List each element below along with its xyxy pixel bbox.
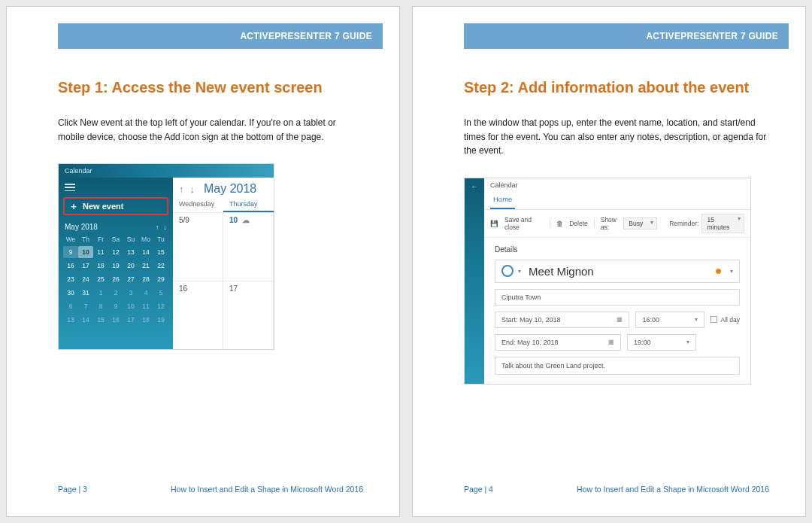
mini-day[interactable]: 17 (78, 260, 93, 272)
column-header-thu: Thursday (223, 197, 274, 212)
checkbox-icon (710, 316, 717, 323)
mini-day[interactable]: 25 (93, 273, 108, 285)
mini-day[interactable]: 27 (123, 273, 138, 285)
mini-day[interactable]: 12 (108, 246, 123, 258)
plus-icon: ＋ (69, 202, 78, 211)
end-date-input[interactable]: End: May 10, 2018 ▦ (495, 334, 621, 351)
new-event-button[interactable]: ＋ New event (63, 197, 168, 215)
mini-day[interactable]: 9 (108, 300, 123, 312)
calendar-cell[interactable]: 17 (223, 281, 274, 349)
mini-day[interactable]: 5 (153, 287, 168, 299)
mini-day[interactable]: 16 (108, 314, 123, 326)
prev-icon[interactable]: ↑ (179, 184, 184, 195)
save-icon: 💾 (490, 220, 498, 227)
page-number: Page | 4 (464, 485, 493, 494)
mini-day[interactable]: 10 (78, 246, 93, 258)
mini-day[interactable]: 28 (138, 273, 153, 285)
mini-day[interactable]: 30 (63, 287, 78, 299)
calendar-icon: ▦ (608, 339, 614, 345)
mini-day[interactable]: 7 (78, 300, 93, 312)
calendar-picker-icon[interactable] (501, 265, 514, 277)
step-title: Step 1: Access the New event screen (58, 79, 363, 96)
mini-day[interactable]: 20 (123, 260, 138, 272)
mini-day[interactable]: 2 (108, 287, 123, 299)
event-app-title: Calendar (484, 178, 750, 192)
mini-day[interactable]: 4 (138, 287, 153, 299)
event-toolbar: 💾 Save and close 🗑 Delete Show as: Busy … (484, 210, 750, 238)
calendar-main: ↑ ↓ May 2018 Wednesday Thursday 5/9 10 ☁ (173, 178, 274, 349)
calendar-cell-today[interactable]: 10 ☁ (223, 212, 274, 281)
mini-day[interactable]: 6 (63, 300, 78, 312)
chevron-down-icon: ▾ (695, 316, 698, 323)
category-dot-icon (716, 269, 721, 274)
calendar-cell[interactable]: 5/9 (173, 212, 223, 281)
mini-day[interactable]: 19 (153, 314, 168, 326)
next-icon[interactable]: ↓ (190, 184, 195, 195)
mini-day[interactable]: 16 (63, 260, 78, 272)
mini-day[interactable]: 22 (153, 260, 168, 272)
event-name-row: Meet Mignon ▾ (495, 260, 740, 283)
chevron-down-icon: ▾ (686, 339, 689, 345)
mini-dow: Sa (108, 234, 123, 245)
mini-day[interactable]: 15 (153, 246, 168, 258)
mini-day[interactable]: 18 (93, 260, 108, 272)
chevron-down-icon[interactable]: ▾ (730, 268, 733, 275)
mini-day[interactable]: 9 (63, 246, 78, 258)
page-number: Page | 3 (58, 485, 87, 494)
mini-day[interactable]: 12 (153, 300, 168, 312)
mini-day[interactable]: 26 (108, 273, 123, 285)
step-lead: Click New event at the top left of your … (58, 116, 363, 144)
calendar-sidebar: ＋ New event May 2018 ↑ ↓ WeThFrSaSuMoTu9… (59, 178, 173, 349)
allday-checkbox[interactable]: All day (710, 316, 740, 324)
page-header: ACTIVEPRESENTER 7 GUIDE (464, 23, 789, 49)
mini-day[interactable]: 8 (93, 300, 108, 312)
start-time-input[interactable]: 16:00 ▾ (635, 312, 704, 328)
mini-day[interactable]: 14 (138, 246, 153, 258)
mini-day[interactable]: 19 (108, 260, 123, 272)
mini-day[interactable]: 1 (93, 287, 108, 299)
event-left-rail: ← (465, 178, 484, 384)
event-editor-screenshot: ← Calendar Home 💾 Save and close 🗑 Delet… (464, 178, 751, 385)
mini-day[interactable]: 15 (93, 314, 108, 326)
mini-day[interactable]: 17 (123, 314, 138, 326)
showas-select[interactable]: Busy (623, 217, 657, 230)
mini-next-icon[interactable]: ↓ (164, 223, 168, 231)
mini-calendar-month: May 2018 (65, 223, 98, 231)
mini-day[interactable]: 11 (138, 300, 153, 312)
reminder-label: Reminder: (669, 220, 698, 227)
page-footer: Page | 4 How to Insert and Edit a Shape … (464, 485, 769, 494)
mini-day[interactable]: 23 (63, 273, 78, 285)
mini-day[interactable]: 13 (63, 314, 78, 326)
weather-icon: ☁ (242, 216, 250, 224)
mini-day[interactable]: 31 (78, 287, 93, 299)
mini-day[interactable]: 10 (123, 300, 138, 312)
end-time-input[interactable]: 19:00 ▾ (627, 334, 696, 351)
allday-label: All day (720, 316, 740, 324)
tab-home[interactable]: Home (490, 192, 515, 209)
page-header: ACTIVEPRESENTER 7 GUIDE (58, 23, 383, 49)
mini-day[interactable]: 11 (93, 246, 108, 258)
start-date-input[interactable]: Start: May 10, 2018 ▦ (495, 312, 629, 328)
mini-day[interactable]: 29 (153, 273, 168, 285)
mini-day[interactable]: 3 (123, 287, 138, 299)
mini-dow: Mo (138, 234, 153, 245)
event-name-input[interactable]: Meet Mignon (520, 265, 710, 278)
mini-day[interactable]: 24 (78, 273, 93, 285)
calendar-cell[interactable]: 16 (173, 281, 223, 349)
footer-doc-title: How to Insert and Edit a Shape in Micros… (577, 485, 769, 494)
mini-day[interactable]: 14 (78, 314, 93, 326)
trash-icon: 🗑 (556, 220, 563, 227)
mini-prev-icon[interactable]: ↑ (156, 223, 159, 231)
mini-day[interactable]: 21 (138, 260, 153, 272)
location-input[interactable]: Ciputra Town (495, 289, 740, 306)
step-lead: In the window that pops up, enter the ev… (464, 116, 769, 158)
mini-day[interactable]: 13 (123, 246, 138, 258)
notes-input[interactable]: Talk about the Green Land project. (495, 357, 740, 375)
page-footer: Page | 3 How to Insert and Edit a Shape … (58, 485, 363, 494)
save-button[interactable]: Save and close (504, 216, 544, 231)
mini-day[interactable]: 18 (138, 314, 153, 326)
hamburger-icon[interactable] (65, 184, 75, 191)
reminder-select[interactable]: 15 minutes (701, 214, 744, 233)
delete-button[interactable]: Delete (569, 220, 588, 227)
back-icon[interactable]: ← (471, 183, 478, 384)
